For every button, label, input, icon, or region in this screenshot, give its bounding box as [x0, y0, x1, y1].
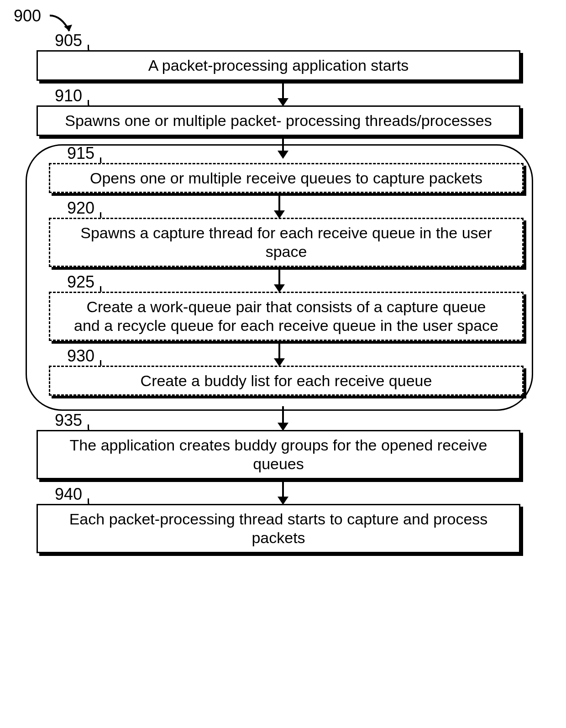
arrow-down-icon	[270, 341, 288, 367]
step-930: 930 Create a buddy list for each receive…	[49, 366, 524, 396]
step-925: 925 Create a work-queue pair that consis…	[49, 292, 524, 341]
step-label: 915	[67, 144, 94, 163]
svg-marker-4	[278, 151, 288, 159]
step-920: 920 Spawns a capture thread for each rec…	[49, 218, 524, 267]
arrow-down-icon	[274, 81, 292, 107]
step-box: Opens one or multiple receive queues to …	[49, 163, 524, 194]
arrow-down-icon	[274, 136, 292, 160]
step-label: 930	[67, 346, 94, 366]
step-label: 910	[55, 86, 82, 105]
sub-process-group: 915 Opens one or multiple receive queues…	[26, 144, 533, 411]
step-label: 925	[67, 272, 94, 292]
arrow-down-icon	[270, 193, 288, 220]
step-box: A packet-processing application starts	[37, 50, 520, 81]
step-label: 905	[55, 31, 82, 50]
arrow-down-icon	[274, 406, 292, 432]
step-box: Create a work-queue pair that consists o…	[49, 292, 524, 341]
flowchart-diagram: 900 905 A packet-processing application …	[9, 9, 557, 553]
step-915: 915 Opens one or multiple receive queues…	[49, 163, 524, 194]
arrow-down-icon	[274, 479, 292, 506]
step-box: Each packet-processing thread starts to …	[37, 504, 520, 553]
step-label: 920	[67, 199, 94, 218]
figure-label: 900	[14, 6, 41, 26]
step-box: Spawns a capture thread for each receive…	[49, 218, 524, 267]
step-label: 935	[55, 411, 82, 430]
step-box: The application creates buddy groups for…	[37, 430, 520, 479]
step-905: 905 A packet-processing application star…	[37, 50, 520, 81]
step-910: 910 Spawns one or multiple packet- proce…	[37, 105, 520, 136]
arrow-down-icon	[270, 267, 288, 293]
step-940: 940 Each packet-processing thread starts…	[37, 504, 520, 553]
step-935: 935 The application creates buddy groups…	[37, 430, 520, 479]
step-box: Spawns one or multiple packet- processin…	[37, 105, 520, 136]
svg-marker-12	[278, 423, 288, 431]
step-box: Create a buddy list for each receive que…	[49, 366, 524, 396]
step-label: 940	[55, 485, 82, 504]
